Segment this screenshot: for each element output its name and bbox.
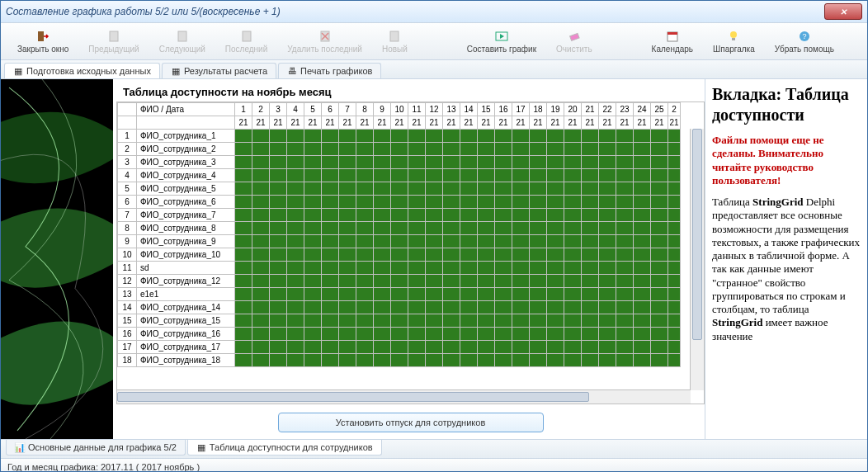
availability-table[interactable]: ФИО / Дата123456789101112131415161718192…: [117, 102, 681, 367]
availability-cell[interactable]: [547, 196, 564, 209]
availability-cell[interactable]: [530, 156, 547, 169]
availability-cell[interactable]: [287, 222, 304, 235]
availability-cell[interactable]: [391, 143, 408, 156]
availability-cell[interactable]: [668, 354, 681, 367]
availability-cell[interactable]: [599, 196, 616, 209]
table-row[interactable]: 16ФИО_сотрудника_16: [118, 328, 681, 341]
availability-cell[interactable]: [616, 301, 634, 314]
availability-cell[interactable]: [304, 169, 322, 182]
availability-cell[interactable]: [235, 156, 252, 169]
availability-cell[interactable]: [599, 275, 616, 288]
availability-cell[interactable]: [460, 301, 478, 314]
employee-name[interactable]: ФИО_сотрудника_6: [137, 196, 235, 209]
availability-cell[interactable]: [408, 222, 426, 235]
availability-cell[interactable]: [374, 301, 391, 314]
availability-cell[interactable]: [599, 354, 616, 367]
availability-cell[interactable]: [547, 130, 564, 143]
availability-cell[interactable]: [547, 328, 564, 341]
availability-cell[interactable]: [356, 196, 374, 209]
availability-cell[interactable]: [235, 248, 252, 262]
availability-cell[interactable]: [512, 130, 530, 143]
availability-cell[interactable]: [547, 235, 564, 248]
availability-cell[interactable]: [478, 262, 495, 275]
table-row[interactable]: 12ФИО_сотрудника_12: [118, 275, 681, 288]
availability-cell[interactable]: [408, 314, 426, 328]
availability-cell[interactable]: [339, 196, 356, 209]
availability-cell[interactable]: [547, 301, 564, 314]
availability-cell[interactable]: [668, 235, 681, 248]
availability-cell[interactable]: [339, 354, 356, 367]
cheatsheet-button[interactable]: Шпаргалка: [706, 28, 762, 55]
availability-cell[interactable]: [304, 262, 322, 275]
availability-cell[interactable]: [339, 314, 356, 328]
availability-cell[interactable]: [582, 341, 599, 354]
availability-cell[interactable]: [478, 235, 495, 248]
availability-cell[interactable]: [530, 354, 547, 367]
availability-cell[interactable]: [478, 314, 495, 328]
availability-cell[interactable]: [322, 288, 339, 301]
availability-cell[interactable]: [374, 248, 391, 262]
tab-results[interactable]: ▦Результаты расчета: [162, 63, 276, 78]
availability-cell[interactable]: [374, 182, 391, 196]
availability-cell[interactable]: [478, 169, 495, 182]
availability-cell[interactable]: [634, 130, 651, 143]
availability-cell[interactable]: [582, 275, 599, 288]
availability-cell[interactable]: [495, 354, 512, 367]
availability-cell[interactable]: [339, 222, 356, 235]
availability-cell[interactable]: [443, 314, 460, 328]
availability-cell[interactable]: [616, 235, 634, 248]
availability-cell[interactable]: [443, 156, 460, 169]
availability-cell[interactable]: [391, 341, 408, 354]
table-row[interactable]: 3ФИО_сотрудника_3: [118, 156, 681, 169]
availability-cell[interactable]: [443, 222, 460, 235]
availability-cell[interactable]: [512, 248, 530, 262]
availability-cell[interactable]: [252, 222, 270, 235]
availability-cell[interactable]: [616, 169, 634, 182]
availability-cell[interactable]: [391, 301, 408, 314]
availability-cell[interactable]: [374, 169, 391, 182]
availability-cell[interactable]: [582, 182, 599, 196]
availability-cell[interactable]: [564, 328, 582, 341]
availability-cell[interactable]: [460, 248, 478, 262]
availability-cell[interactable]: [634, 314, 651, 328]
availability-cell[interactable]: [547, 156, 564, 169]
availability-cell[interactable]: [322, 182, 339, 196]
availability-cell[interactable]: [235, 301, 252, 314]
availability-cell[interactable]: [322, 235, 339, 248]
availability-cell[interactable]: [616, 156, 634, 169]
availability-cell[interactable]: [634, 182, 651, 196]
availability-cell[interactable]: [339, 262, 356, 275]
availability-cell[interactable]: [322, 301, 339, 314]
clear-button[interactable]: Очистить: [550, 28, 599, 55]
availability-cell[interactable]: [495, 143, 512, 156]
availability-cell[interactable]: [599, 182, 616, 196]
availability-cell[interactable]: [651, 130, 668, 143]
tab-source-data[interactable]: ▦Подготовка исходных данных: [4, 63, 160, 78]
availability-cell[interactable]: [235, 130, 252, 143]
availability-cell[interactable]: [634, 328, 651, 341]
availability-cell[interactable]: [668, 156, 681, 169]
availability-cell[interactable]: [374, 156, 391, 169]
availability-cell[interactable]: [582, 196, 599, 209]
table-row[interactable]: 13e1e1: [118, 288, 681, 301]
availability-cell[interactable]: [460, 156, 478, 169]
availability-cell[interactable]: [547, 288, 564, 301]
availability-cell[interactable]: [668, 275, 681, 288]
availability-cell[interactable]: [564, 156, 582, 169]
availability-cell[interactable]: [304, 288, 322, 301]
availability-cell[interactable]: [287, 328, 304, 341]
availability-cell[interactable]: [547, 143, 564, 156]
availability-cell[interactable]: [322, 354, 339, 367]
availability-cell[interactable]: [339, 235, 356, 248]
availability-cell[interactable]: [668, 143, 681, 156]
availability-cell[interactable]: [460, 222, 478, 235]
availability-cell[interactable]: [356, 235, 374, 248]
availability-cell[interactable]: [356, 182, 374, 196]
availability-cell[interactable]: [287, 341, 304, 354]
availability-cell[interactable]: [495, 275, 512, 288]
availability-cell[interactable]: [391, 130, 408, 143]
availability-cell[interactable]: [599, 248, 616, 262]
availability-cell[interactable]: [512, 288, 530, 301]
availability-cell[interactable]: [270, 235, 287, 248]
availability-cell[interactable]: [304, 354, 322, 367]
